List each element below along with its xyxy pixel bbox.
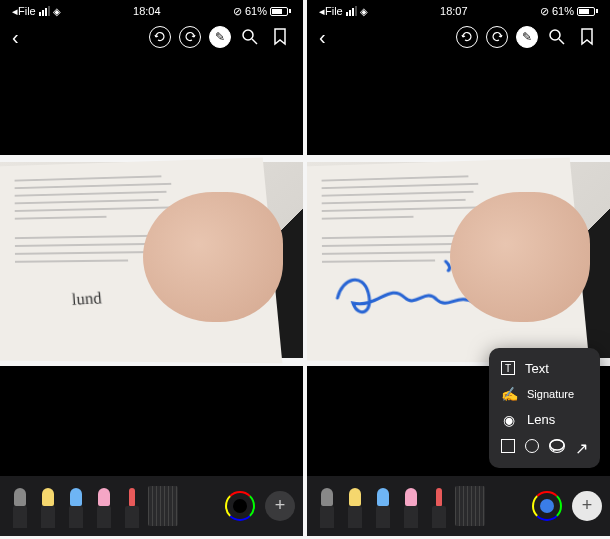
lens-icon: ◉ — [501, 412, 517, 428]
hand-with-pen — [143, 192, 283, 322]
redo-button[interactable] — [486, 26, 508, 48]
eraser-tool[interactable] — [92, 483, 116, 528]
shape-circle[interactable] — [525, 439, 539, 453]
status-bar: ◂File ◈ 18:04 ⊘ 61% — [0, 0, 303, 22]
clock: 18:07 — [440, 5, 468, 17]
menu-item-signature[interactable]: ✍ Signature — [499, 381, 590, 407]
add-annotation-menu: T Text ✍ Signature ◉ Lens ↗ — [489, 348, 600, 468]
wifi-icon: ◈ — [53, 6, 61, 17]
markup-tool-bar: + — [0, 476, 303, 536]
lasso-tool[interactable] — [427, 483, 451, 528]
text-icon: T — [501, 361, 515, 375]
svg-point-2 — [550, 30, 560, 40]
battery-icon — [577, 7, 598, 16]
orientation-lock-icon: ⊘ — [540, 5, 549, 18]
eraser-tool[interactable] — [399, 483, 423, 528]
shape-row: ↗ — [499, 433, 590, 460]
original-signature: lund — [71, 289, 102, 309]
battery-percent: 61% — [245, 5, 267, 17]
clock: 18:04 — [133, 5, 161, 17]
color-picker-button[interactable] — [225, 491, 255, 521]
menu-item-text[interactable]: T Text — [499, 356, 590, 381]
wifi-icon: ◈ — [360, 6, 368, 17]
pencil-tool[interactable] — [64, 483, 88, 528]
signal-icon — [346, 6, 357, 16]
search-button[interactable] — [546, 26, 568, 48]
pen-tool[interactable] — [8, 483, 32, 528]
bookmark-button[interactable] — [269, 26, 291, 48]
shape-speech-bubble[interactable] — [549, 439, 565, 453]
highlighter-tool[interactable] — [36, 483, 60, 528]
svg-line-1 — [252, 39, 257, 44]
bookmark-button[interactable] — [576, 26, 598, 48]
ruler-tool[interactable] — [455, 486, 485, 526]
undo-button[interactable] — [456, 26, 478, 48]
battery-icon — [270, 7, 291, 16]
status-bar: ◂File ◈ 18:07 ⊘ 61% — [307, 0, 610, 22]
signal-icon — [39, 6, 50, 16]
top-toolbar: ‹ ✎ — [0, 22, 303, 56]
add-annotation-button[interactable]: + — [265, 491, 295, 521]
top-toolbar: ‹ ✎ — [307, 22, 610, 56]
search-button[interactable] — [239, 26, 261, 48]
hand-with-pen — [450, 192, 590, 322]
back-button[interactable]: ‹ — [12, 26, 19, 49]
highlighter-tool[interactable] — [343, 483, 367, 528]
back-button[interactable]: ‹ — [319, 26, 326, 49]
redo-button[interactable] — [179, 26, 201, 48]
markup-pen-button[interactable]: ✎ — [516, 26, 538, 48]
pen-tool[interactable] — [315, 483, 339, 528]
document-view[interactable] — [307, 162, 610, 358]
back-to-app[interactable]: ◂File — [12, 5, 36, 18]
add-annotation-button[interactable]: + — [572, 491, 602, 521]
svg-point-4 — [550, 440, 564, 450]
lasso-tool[interactable] — [120, 483, 144, 528]
svg-point-0 — [243, 30, 253, 40]
shape-arrow[interactable]: ↗ — [575, 439, 588, 458]
ruler-tool[interactable] — [148, 486, 178, 526]
markup-pen-button[interactable]: ✎ — [209, 26, 231, 48]
battery-percent: 61% — [552, 5, 574, 17]
document-view[interactable]: lund — [0, 162, 303, 358]
pencil-tool[interactable] — [371, 483, 395, 528]
orientation-lock-icon: ⊘ — [233, 5, 242, 18]
signature-icon: ✍ — [501, 386, 517, 402]
undo-button[interactable] — [149, 26, 171, 48]
color-picker-button[interactable] — [532, 491, 562, 521]
svg-line-3 — [559, 39, 564, 44]
menu-item-lens[interactable]: ◉ Lens — [499, 407, 590, 433]
markup-tool-bar: + — [307, 476, 610, 536]
back-to-app[interactable]: ◂File — [319, 5, 343, 18]
shape-square[interactable] — [501, 439, 515, 453]
